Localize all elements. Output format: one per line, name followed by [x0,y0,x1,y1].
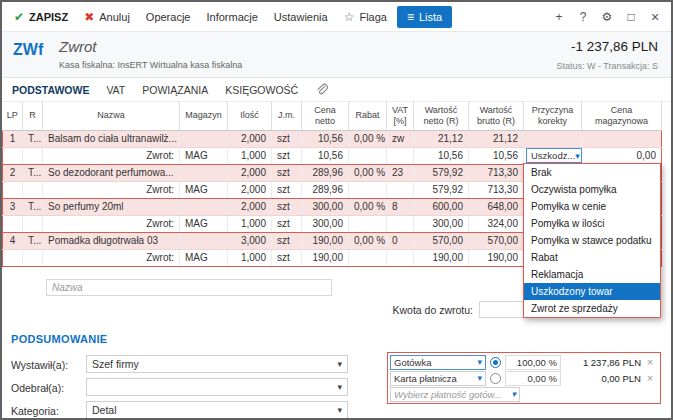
payment-radio[interactable] [490,373,501,384]
column-header[interactable]: Cenanetto [302,102,349,130]
cell-r [23,181,43,198]
cell-ilosc: 1,000 [228,147,272,164]
chevron-down-icon: ▾ [337,405,342,415]
wystawil-select[interactable]: Szef firmy ▾ [86,355,348,373]
dropdown-item[interactable]: Reklamacja [524,266,660,283]
chevron-down-icon: ▾ [477,357,482,367]
payment-method-select[interactable]: Gotówka ▾ [390,355,486,370]
nazwa-input[interactable] [46,279,332,296]
cell-cena-netto: 10,56 [302,147,349,164]
lista-button[interactable]: ≡ Lista [397,6,452,28]
cell-wartosc-netto: 570,00 [414,232,469,249]
cell-cena-netto: 10,56 [302,130,349,147]
cell-lp [3,181,23,198]
remove-payment-icon[interactable]: × [645,372,655,384]
dropdown-item[interactable]: Rabat [524,249,660,266]
close-icon[interactable]: × [643,5,667,29]
flag-button-label: Flaga [359,11,387,23]
payment-radio[interactable] [490,357,501,368]
tab-bar: PODSTAWOWE VAT POWIĄZANIA KSIĘGOWOŚĆ [2,78,671,102]
przyczyna-dropdown: Brak Oczywista pomyłka Pomyłka w cenie P… [523,163,661,318]
cell-lp: 1 [3,130,23,147]
table-row[interactable]: 1 T... Balsam do ciała ultranawilż... 2,… [3,130,662,147]
dropdown-item[interactable]: Zwrot ze sprzedaży [524,300,660,317]
cell-jm: szt [272,232,302,249]
tab-ksiegowosc[interactable]: KSIĘGOWOŚĆ [225,84,298,96]
flag-button[interactable]: ☆ Flaga [336,6,395,28]
column-header[interactable]: Przyczynakorekty [524,102,582,130]
menu-informacje[interactable]: Informacje [198,7,265,27]
menu-ustawienia[interactable]: Ustawienia [266,7,336,27]
help-icon[interactable]: ? [571,6,595,28]
cell-jm: szt [272,215,302,232]
cell-r [23,249,43,266]
cell-r: T... [23,198,43,215]
cell-wartosc-brutto: 10,56 [469,147,524,164]
odebral-select[interactable]: ▾ [86,378,348,396]
cell-ilosc: 1,000 [228,249,272,266]
cell-cena-netto: 289,96 [302,164,349,181]
column-header[interactable]: Rabat [349,102,387,130]
cell-lp [3,249,23,266]
tab-vat[interactable]: VAT [106,84,125,96]
doc-status: Status: W - Transakcja: S [556,61,658,71]
doc-subtitle: Kasa fiskalna: InsERT Wirtualna kasa fis… [59,60,242,70]
menu-operacje[interactable]: Operacje [138,7,199,27]
column-header[interactable]: LP [3,102,23,130]
column-header[interactable]: Wartośćnetto (R) [414,102,469,130]
app-window: ✔ ZAPISZ ✖ Anuluj Operacje Informacje Us… [0,0,673,420]
dropdown-item[interactable]: Oczywista pomyłka [524,181,660,198]
cell-cena-netto: 300,00 [302,198,349,215]
maximize-icon[interactable]: □ [619,6,643,28]
tab-podstawowe[interactable]: PODSTAWOWE [12,84,89,96]
column-header[interactable]: R [23,102,43,130]
attachment-icon[interactable] [315,83,329,97]
cell-wartosc-netto: 579,92 [414,181,469,198]
column-header[interactable]: Wartośćbrutto (R) [469,102,524,130]
column-header[interactable]: Ilość [228,102,272,130]
payment-method-select[interactable]: Karta płatnicza ▾ [390,371,486,386]
dropdown-item[interactable]: Pomyłka w cenie [524,198,660,215]
tab-powiazania[interactable]: POWIĄZANIA [142,84,208,96]
save-button[interactable]: ✔ ZAPISZ [6,6,76,28]
column-header[interactable]: J.m. [272,102,302,130]
dropdown-item[interactable]: Pomyłka w ilości [524,215,660,232]
cell-lp: 3 [3,198,23,215]
cancel-button[interactable]: ✖ Anuluj [76,6,138,28]
dropdown-item[interactable]: Uszkodzony towar [524,283,660,300]
payment-row: Wybierz płatność gotów... ▾ [390,386,658,402]
add-icon[interactable]: + [547,6,571,28]
window-controls: + ? ⚙ □ × [547,5,667,29]
kategoria-value: Detal [92,404,117,416]
grid-header-row: LP R Nazwa Magazyn Ilość J.m. Cenanetto [3,102,662,130]
cell-jm: szt [272,147,302,164]
payment-percent-input[interactable]: 0,00 % [505,371,561,386]
wystawil-label: Wystawił(a): [11,359,68,371]
column-header[interactable]: Nazwa [43,102,180,130]
cell-wartosc-brutto: 713,30 [469,164,524,181]
cell-vat: 8 [387,198,414,215]
kategoria-select[interactable]: Detal ▾ [86,401,348,419]
chevron-down-icon: ▾ [511,389,516,399]
payment-method-value: Karta płatnicza [394,373,457,384]
column-header[interactable]: Magazyn [180,102,228,130]
dropdown-item[interactable]: Brak [524,164,660,181]
add-payment-placeholder: Wybierz płatność gotów... [394,389,502,400]
gear-icon[interactable]: ⚙ [595,6,619,28]
remove-payment-icon[interactable]: × [645,356,655,368]
cell-nazwa: Zwrot: [43,147,180,164]
column-header[interactable]: Cenamagazynowa [582,102,662,130]
przyczyna-korekty-combo[interactable]: Uszkodz... ▾ [526,148,582,163]
chevron-down-icon: ▾ [575,151,580,161]
column-header[interactable]: VAT[%] [387,102,414,130]
cell-ilosc: 1,000 [228,215,272,232]
payment-percent-input[interactable]: 100,00 % [505,355,561,370]
add-payment-select[interactable]: Wybierz płatność gotów... ▾ [390,387,520,402]
cell-cena-netto: 190,00 [302,232,349,249]
cell-ilosc: 2,000 [228,130,272,147]
cell-nazwa: So dezodorant perfumowa... [43,164,180,181]
cell-magazyn [180,198,228,215]
dropdown-item[interactable]: Pomyłka w stawce podatku [524,232,660,249]
cell-wartosc-brutto: 324,00 [469,215,524,232]
cell-vat [387,249,414,266]
